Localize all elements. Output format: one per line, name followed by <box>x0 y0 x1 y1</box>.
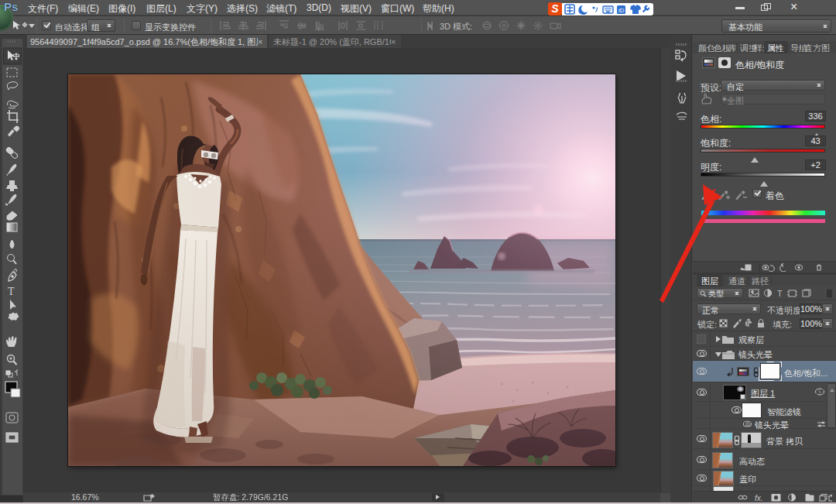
svg-text:T: T <box>8 286 15 297</box>
svg-text:iD: iD <box>618 7 625 14</box>
svg-text:fx.: fx. <box>755 494 763 502</box>
svg-text:T: T <box>777 289 783 298</box>
